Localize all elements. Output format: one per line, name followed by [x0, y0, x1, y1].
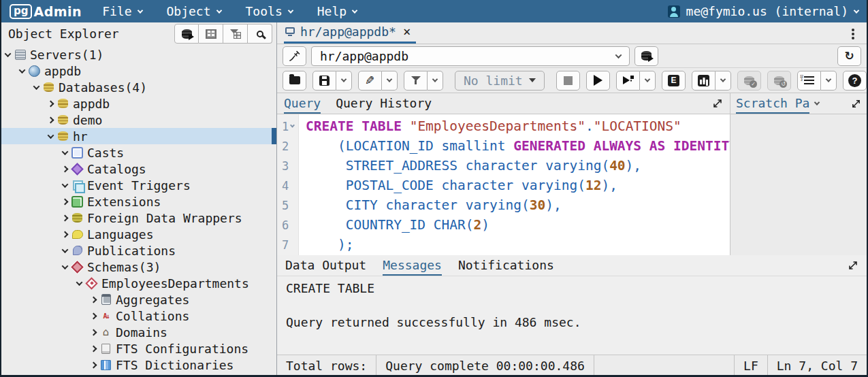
tree-item-publications[interactable]: Publications: [1, 242, 276, 259]
tree-item-label: demo: [73, 113, 102, 127]
tab-messages[interactable]: Messages: [383, 255, 442, 276]
chevron-down-icon[interactable]: [62, 148, 69, 155]
tree-item-extensions[interactable]: Extensions: [1, 193, 276, 210]
tree-item-demo[interactable]: demo: [1, 112, 276, 128]
user-menu[interactable]: me@fymio.us (internal): [668, 4, 858, 18]
help-button[interactable]: ?: [843, 71, 867, 91]
explain-button[interactable]: E: [662, 71, 686, 91]
tree-item-appdb[interactable]: appdb: [1, 95, 276, 112]
chevron-right-icon[interactable]: [62, 231, 69, 237]
chevron-down-icon[interactable]: [48, 132, 54, 139]
languages-icon: [71, 229, 83, 240]
sql-editor[interactable]: 1234567 CREATE TABLE "EmployeesDepartmen…: [277, 114, 730, 255]
chevron-down-icon[interactable]: [62, 181, 69, 188]
tree-item-schemas-3[interactable]: Schemas(3): [1, 259, 276, 275]
view-data-button[interactable]: [199, 24, 223, 44]
tab-query-history[interactable]: Query History: [336, 93, 432, 114]
tree-item-domains[interactable]: Domains: [1, 324, 276, 340]
fold-icon[interactable]: [290, 123, 295, 128]
edit-options-button[interactable]: [382, 71, 398, 91]
close-tab-icon[interactable]: ×: [402, 25, 412, 38]
edit-button[interactable]: ✎: [358, 71, 382, 91]
tree-item-fts-dictionaries[interactable]: FTS Dictionaries: [1, 357, 276, 373]
connect-database-button[interactable]: [174, 24, 199, 44]
explain-analyze-button[interactable]: [692, 71, 716, 91]
execute-dropdown-button[interactable]: [640, 71, 656, 91]
macros-options-button[interactable]: [821, 71, 837, 91]
menu-help[interactable]: Help: [317, 4, 357, 18]
tree-item-foreign-data-wrappers[interactable]: Foreign Data Wrappers: [1, 210, 276, 226]
kebab-menu-icon[interactable]: [852, 29, 854, 31]
bar-chart-icon: [698, 75, 709, 86]
scratch-pad-area[interactable]: [730, 114, 867, 255]
chevron-right-icon[interactable]: [91, 361, 97, 368]
eol-indicator[interactable]: LF: [735, 355, 767, 376]
reset-layout-button[interactable]: ↻: [837, 46, 861, 66]
scratch-pad-panel: Scratch Pa: [730, 93, 867, 255]
chevron-right-icon[interactable]: [48, 116, 54, 123]
chevron-right-icon[interactable]: [62, 198, 69, 205]
chevron-right-icon[interactable]: [91, 329, 97, 335]
row-limit-select[interactable]: No limit: [455, 71, 545, 91]
chevron-down-icon: [826, 76, 831, 82]
tree-item-catalogs[interactable]: Catalogs: [1, 161, 276, 177]
tab-scratch-pad[interactable]: Scratch Pa: [736, 93, 809, 114]
chevron-down-icon[interactable]: [76, 279, 83, 286]
tree-item-languages[interactable]: Languages: [1, 226, 276, 242]
open-file-button[interactable]: [283, 71, 306, 91]
tree-item-collations[interactable]: Collations: [1, 308, 276, 324]
fts-config-icon: [100, 343, 112, 355]
sql-code[interactable]: CREATE TABLE "EmployeesDepartments"."LOC…: [299, 114, 730, 255]
save-button[interactable]: [312, 71, 336, 91]
filtered-rows-button[interactable]: [223, 24, 248, 44]
execute-button[interactable]: [586, 71, 610, 91]
chevron-down-icon[interactable]: [62, 246, 69, 253]
connection-status-button[interactable]: [283, 46, 306, 66]
tree-item-hr[interactable]: hr: [1, 128, 276, 144]
new-connection-button[interactable]: [634, 46, 658, 66]
expand-output-icon[interactable]: [848, 260, 858, 271]
save-options-button[interactable]: [336, 71, 352, 91]
connection-select[interactable]: hr/app@appdb: [311, 46, 630, 66]
menu-file[interactable]: File: [102, 4, 142, 18]
execute-options-button[interactable]: [616, 71, 640, 91]
chevron-right-icon[interactable]: [91, 345, 97, 352]
object-explorer-title: Object Explorer: [8, 27, 119, 41]
user-icon: [668, 5, 680, 18]
tree-item-databases-4[interactable]: Databases(4): [1, 79, 276, 95]
expand-editor-icon[interactable]: [712, 98, 723, 109]
chevron-down-icon[interactable]: [33, 83, 40, 90]
macros-button[interactable]: [797, 71, 821, 91]
chevron-down-icon[interactable]: [814, 99, 820, 105]
explain-options-button[interactable]: [716, 71, 731, 91]
expand-scratch-icon[interactable]: [851, 99, 861, 109]
chevron-right-icon[interactable]: [91, 296, 97, 303]
menu-object[interactable]: Object: [167, 4, 221, 18]
tab-data-output[interactable]: Data Output: [285, 255, 366, 276]
tab-query[interactable]: Query: [284, 93, 321, 114]
divider: [594, 355, 594, 376]
query-tool-tab[interactable]: hr/app@appdb* ×: [284, 23, 416, 44]
chevron-right-icon[interactable]: [62, 165, 69, 172]
tab-notifications[interactable]: Notifications: [458, 255, 554, 276]
code-line: COUNTRY_ID CHAR(2): [306, 215, 730, 235]
search-objects-button[interactable]: [248, 24, 272, 44]
filter-grid-icon: [230, 29, 241, 39]
menu-tools[interactable]: Tools: [246, 4, 293, 18]
filter-options-button[interactable]: [428, 71, 443, 91]
chevron-right-icon[interactable]: [48, 100, 54, 107]
stop-button[interactable]: [556, 71, 580, 91]
chevron-right-icon[interactable]: [62, 214, 69, 221]
tree-item-employeesdepartments[interactable]: EmployeesDepartments: [1, 275, 276, 291]
tree-item-aggregates[interactable]: Aggregates: [1, 291, 276, 308]
tree-item-casts[interactable]: Casts: [1, 144, 276, 161]
tree-item-appdb[interactable]: appdb: [1, 63, 276, 79]
tree-item-event-triggers[interactable]: Event Triggers: [1, 177, 276, 193]
chevron-down-icon[interactable]: [19, 67, 26, 73]
chevron-right-icon[interactable]: [91, 312, 97, 319]
chevron-down-icon[interactable]: [5, 50, 12, 57]
tree-item-fts-configurations[interactable]: FTS Configurations: [1, 340, 276, 357]
filter-button[interactable]: [404, 71, 428, 91]
tree-item-servers-1[interactable]: Servers(1): [1, 46, 276, 63]
chevron-down-icon[interactable]: [62, 263, 69, 269]
